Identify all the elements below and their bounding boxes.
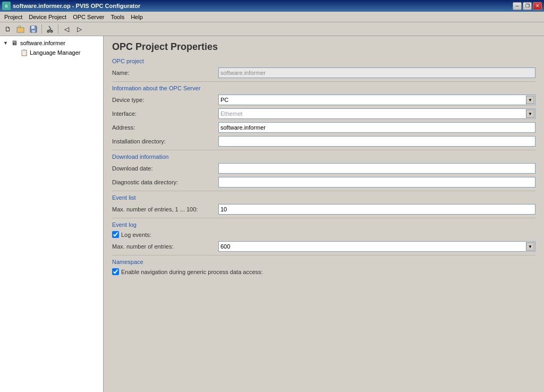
event-log-max-entries-label: Max. number of entries: xyxy=(112,243,218,250)
main-layout: ▼ 🖥 software.informer 📋 Language Manager… xyxy=(0,36,544,392)
minimize-button[interactable]: ─ xyxy=(513,2,522,10)
download-date-label: Download date: xyxy=(112,165,218,172)
enable-navigation-label: Enable navigation during generic process… xyxy=(121,269,263,275)
download-date-field-wrapper xyxy=(218,163,536,174)
tree-toggle-root[interactable]: ▼ xyxy=(3,40,8,46)
divider-1 xyxy=(112,81,536,82)
svg-line-9 xyxy=(49,26,51,29)
toolbar-sep-2 xyxy=(58,24,58,34)
installation-dir-field-wrapper xyxy=(218,136,536,147)
menu-opc-server[interactable]: OPC Server xyxy=(70,13,107,21)
svg-rect-0 xyxy=(17,28,24,32)
name-field-wrapper xyxy=(218,67,536,78)
tree-root[interactable]: ▼ 🖥 software.informer xyxy=(2,38,101,48)
restore-button[interactable]: ❐ xyxy=(523,2,532,10)
close-button[interactable]: ✕ xyxy=(533,2,542,10)
section-opc-project: OPC project xyxy=(112,58,536,64)
address-field-wrapper xyxy=(218,122,536,133)
diagnostic-dir-label: Diagnostic data directory: xyxy=(112,179,218,185)
tree-root-label: software.informer xyxy=(20,40,65,46)
max-entries-field-wrapper xyxy=(218,204,536,215)
menubar: Project Device Project OPC Server Tools … xyxy=(0,12,544,22)
divider-4 xyxy=(112,218,536,218)
divider-2 xyxy=(112,150,536,150)
new-button[interactable]: 🗋 xyxy=(2,23,14,35)
interface-select[interactable]: Ethernet xyxy=(218,108,536,119)
menu-tools[interactable]: Tools xyxy=(107,13,128,21)
device-type-label: Device type: xyxy=(112,97,218,103)
address-input[interactable] xyxy=(218,122,536,133)
enable-navigation-row: Enable navigation during generic process… xyxy=(112,268,536,275)
log-events-checkbox[interactable] xyxy=(112,231,119,238)
toolbar: 🗋 ◁ ▷ xyxy=(0,22,544,36)
app-icon: S xyxy=(2,2,11,10)
name-label: Name: xyxy=(112,70,218,76)
installation-dir-input[interactable] xyxy=(218,136,536,147)
tree-language-manager[interactable]: 📋 Language Manager xyxy=(12,48,101,57)
name-input[interactable] xyxy=(218,67,536,78)
event-log-max-entries-row: Max. number of entries: 600 100 200 300 … xyxy=(112,241,536,252)
menu-help[interactable]: Help xyxy=(128,13,146,21)
svg-marker-1 xyxy=(17,26,21,28)
enable-navigation-checkbox[interactable] xyxy=(112,268,119,275)
max-entries-row: Max. number of entries, 1 ... 100: xyxy=(112,204,536,215)
log-events-row: Log events: xyxy=(112,231,536,238)
computer-icon: 🖥 xyxy=(10,39,19,47)
tree-children: 📋 Language Manager xyxy=(12,48,101,57)
page-title: OPC Project Properties xyxy=(112,41,536,53)
menu-project[interactable]: Project xyxy=(1,13,26,21)
interface-field-wrapper: Ethernet ▼ xyxy=(218,108,536,119)
section-event-list: Event list xyxy=(112,194,536,201)
installation-dir-row: Installation directory: xyxy=(112,136,536,147)
event-log-max-entries-select[interactable]: 600 100 200 300 400 500 800 1000 xyxy=(218,241,536,252)
tree-child-label: Language Manager xyxy=(30,49,80,56)
address-row: Address: xyxy=(112,122,536,133)
language-manager-icon: 📋 xyxy=(20,48,28,57)
titlebar: S software.informer.op - PVIS OPC Config… xyxy=(0,0,544,12)
installation-dir-label: Installation directory: xyxy=(112,138,218,144)
interface-row: Interface: Ethernet ▼ xyxy=(112,108,536,119)
section-opc-server: Information about the OPC Server xyxy=(112,85,536,91)
event-log-max-entries-field-wrapper: 600 100 200 300 400 500 800 1000 ▼ xyxy=(218,241,536,252)
svg-rect-3 xyxy=(31,26,35,29)
device-type-field-wrapper: PC PLC Embedded ▼ xyxy=(218,95,536,105)
section-namespace: Namespace xyxy=(112,259,536,265)
interface-select-wrapper: Ethernet ▼ xyxy=(218,108,536,119)
download-date-input[interactable] xyxy=(218,163,536,174)
log-events-label: Log events: xyxy=(121,232,151,238)
name-row: Name: xyxy=(112,67,536,78)
back-button[interactable]: ◁ xyxy=(61,23,72,35)
sidebar: ▼ 🖥 software.informer 📋 Language Manager xyxy=(0,36,104,392)
divider-5 xyxy=(112,255,536,255)
diagnostic-dir-input[interactable] xyxy=(218,177,536,188)
save-button[interactable] xyxy=(28,23,39,35)
toolbar-sep-1 xyxy=(41,24,42,34)
download-date-row: Download date: xyxy=(112,163,536,174)
diagnostic-dir-row: Diagnostic data directory: xyxy=(112,177,536,188)
device-type-select[interactable]: PC PLC Embedded xyxy=(218,95,536,105)
section-download-info: Download information xyxy=(112,154,536,160)
device-type-row: Device type: PC PLC Embedded ▼ xyxy=(112,95,536,105)
cut-button[interactable] xyxy=(44,23,56,35)
max-entries-label: Max. number of entries, 1 ... 100: xyxy=(112,206,218,212)
open-button[interactable] xyxy=(15,23,27,35)
interface-label: Interface: xyxy=(112,110,218,117)
section-event-log: Event log xyxy=(112,221,536,228)
menu-device-project[interactable]: Device Project xyxy=(26,13,70,21)
diagnostic-dir-field-wrapper xyxy=(218,177,536,188)
svg-rect-4 xyxy=(32,30,35,32)
event-log-max-entries-select-wrapper: 600 100 200 300 400 500 800 1000 ▼ xyxy=(218,241,536,252)
max-entries-input[interactable] xyxy=(218,204,536,215)
content-area: OPC Project Properties OPC project Name:… xyxy=(104,36,544,392)
address-label: Address: xyxy=(112,124,218,131)
window-title: software.informer.op - PVIS OPC Configur… xyxy=(13,3,140,9)
device-type-select-wrapper: PC PLC Embedded ▼ xyxy=(218,95,536,105)
forward-button[interactable]: ▷ xyxy=(73,23,85,35)
divider-3 xyxy=(112,191,536,191)
